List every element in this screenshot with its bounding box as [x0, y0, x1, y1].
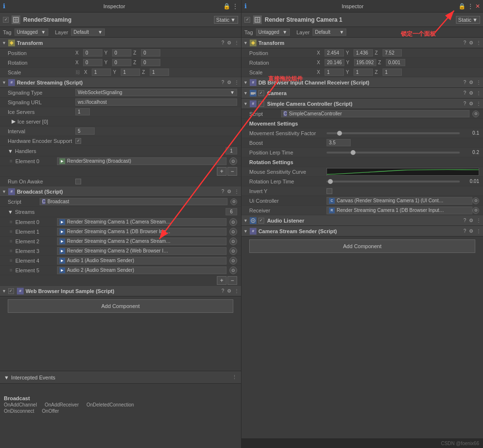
right-add-component-btn[interactable]: Add Component	[249, 239, 475, 253]
receiver-circle[interactable]: ⊙	[472, 207, 479, 214]
element-circle-4[interactable]: ⊙	[229, 257, 237, 265]
position-z[interactable]: 0	[141, 49, 160, 56]
movement-sensitivity-thumb[interactable]	[337, 131, 342, 136]
left-static-dropdown[interactable]: Static ▼	[214, 16, 238, 24]
db-settings[interactable]: ⚙	[469, 80, 473, 85]
drag-handle-stream-4[interactable]: ≡	[10, 258, 13, 263]
db-menu[interactable]: ⋮	[476, 80, 481, 85]
handlers-count[interactable]: 1	[226, 147, 237, 154]
css-question[interactable]: ?	[463, 228, 466, 234]
position-y[interactable]: 0	[112, 49, 131, 56]
bc-question-icon[interactable]: ?	[221, 189, 224, 194]
sc-menu[interactable]: ⋮	[476, 101, 481, 106]
rs-settings-icon[interactable]: ⚙	[227, 80, 231, 85]
lock-icon[interactable]: 🔒	[223, 3, 230, 10]
position-lerp-slider[interactable]: 0.2	[327, 150, 479, 155]
left-add-component-btn[interactable]: Add Component	[8, 299, 233, 313]
right-kebab-icon-1[interactable]: ⋮	[468, 3, 473, 10]
handlers-add-btn[interactable]: +	[217, 167, 227, 176]
right-tag-dropdown[interactable]: Untagged ▼	[256, 28, 290, 36]
drag-handle-stream-0[interactable]: ≡	[10, 219, 13, 224]
right-position-x[interactable]: 2.454	[325, 49, 344, 56]
run-on-awake-checkbox[interactable]	[75, 179, 81, 184]
right-scale-z[interactable]: 1	[383, 69, 402, 76]
scale-y[interactable]: 1	[121, 69, 140, 76]
wb-question-icon[interactable]: ?	[221, 288, 224, 294]
position-x[interactable]: 0	[83, 49, 102, 56]
right-transform-menu[interactable]: ⋮	[476, 40, 481, 45]
drag-handle-stream-2[interactable]: ≡	[10, 238, 13, 244]
scale-z[interactable]: 1	[150, 69, 169, 76]
rotation-lerp-slider[interactable]: 0.01	[327, 179, 479, 184]
drag-handle-stream-5[interactable]: ≡	[10, 267, 13, 273]
audio-question[interactable]: ?	[463, 218, 466, 223]
rotation-z[interactable]: 0	[141, 59, 160, 66]
ui-controller-circle[interactable]: ⊙	[472, 197, 479, 204]
right-scale-y[interactable]: 1	[354, 69, 373, 76]
css-menu[interactable]: ⋮	[476, 228, 481, 234]
right-position-z[interactable]: 7.52	[383, 49, 402, 56]
streams-add-btn[interactable]: +	[217, 276, 227, 285]
right-scale-x[interactable]: 1	[325, 69, 344, 76]
rs-menu-icon[interactable]: ⋮	[234, 80, 239, 85]
boost-field[interactable]: 3.5	[327, 139, 351, 146]
sc-active-checkbox[interactable]	[258, 101, 264, 107]
right-rotation-x[interactable]: 20.146	[325, 59, 344, 66]
question-icon[interactable]: ?	[221, 40, 224, 45]
render-streaming-script-header[interactable]: ▼ # Render Streaming (Script) ? ⚙ ⋮	[0, 77, 241, 88]
invert-y-checkbox[interactable]	[327, 188, 332, 194]
drag-handle-0[interactable]: ≡	[10, 158, 13, 164]
wb-menu-icon[interactable]: ⋮	[234, 288, 239, 294]
audio-menu[interactable]: ⋮	[476, 218, 481, 223]
right-active-checkbox[interactable]	[244, 17, 250, 23]
right-lock-icon[interactable]: 🔒	[458, 3, 466, 10]
rotation-lerp-thumb[interactable]	[328, 179, 333, 184]
db-browser-header[interactable]: ▼ # DB Browser Input Channel Receiver (S…	[242, 77, 483, 88]
db-question[interactable]: ?	[463, 80, 466, 85]
audio-active-checkbox[interactable]	[258, 218, 264, 224]
broadcast-script-circle[interactable]: ⊙	[230, 198, 237, 205]
sc-question[interactable]: ?	[463, 101, 466, 106]
camera-active-checkbox[interactable]	[258, 90, 264, 96]
element-0-circle-btn[interactable]: ⊙	[229, 157, 237, 165]
streams-remove-btn[interactable]: −	[227, 276, 237, 285]
right-rotation-y[interactable]: 195.092	[354, 59, 376, 66]
simple-camera-header[interactable]: ▼ # Simple Camera Controller (Script) ? …	[242, 98, 483, 109]
left-layer-dropdown[interactable]: Default ▼	[71, 28, 105, 36]
element-circle-3[interactable]: ⊙	[229, 247, 237, 255]
movement-sensitivity-slider[interactable]: 0.1	[327, 130, 479, 136]
right-close-icon[interactable]: ✕	[475, 3, 480, 10]
web-browser-script-header[interactable]: ▼ # Web Browser Input Sample (Script) ? …	[0, 286, 241, 296]
ice-servers-count[interactable]: 1	[75, 108, 90, 115]
hw-encoder-checkbox[interactable]	[75, 138, 81, 144]
right-transform-header[interactable]: ▼ Transform ? ⚙ ⋮	[242, 38, 483, 48]
bc-settings-icon[interactable]: ⚙	[227, 189, 231, 194]
element-circle-0[interactable]: ⊙	[229, 218, 237, 226]
camera-header[interactable]: ▼ Camera ? ⚙ ⋮	[242, 88, 483, 98]
kebab-icon[interactable]: ⋮	[232, 3, 238, 10]
wb-active-checkbox[interactable]	[8, 288, 14, 294]
mouse-sensitivity-curve[interactable]	[327, 168, 479, 176]
audio-settings[interactable]: ⚙	[469, 218, 473, 223]
interval-field[interactable]: 5	[75, 127, 95, 135]
events-menu-icon[interactable]: ⋮	[232, 374, 237, 380]
left-active-checkbox[interactable]	[3, 17, 9, 23]
signaling-url-field[interactable]: ws://localhost	[75, 98, 237, 106]
css-settings[interactable]: ⚙	[469, 228, 473, 234]
audio-listener-header[interactable]: ▼ Audio Listener ? ⚙ ⋮	[242, 215, 483, 226]
camera-menu[interactable]: ⋮	[476, 90, 481, 96]
wb-settings-icon[interactable]: ⚙	[227, 288, 231, 294]
scale-x[interactable]: 1	[92, 69, 111, 76]
element-circle-2[interactable]: ⊙	[229, 238, 237, 245]
drag-handle-stream-3[interactable]: ≡	[10, 248, 13, 253]
right-static-dropdown[interactable]: Static ▼	[456, 16, 480, 24]
menu-icon[interactable]: ⋮	[234, 40, 239, 45]
rotation-x[interactable]: 0	[83, 59, 102, 66]
left-tag-dropdown[interactable]: Untagged ▼	[14, 28, 48, 36]
sc-settings[interactable]: ⚙	[469, 101, 473, 106]
left-transform-header[interactable]: ▼ Transform ? ⚙ ⋮	[0, 38, 241, 48]
camera-settings[interactable]: ⚙	[469, 90, 473, 96]
right-layer-dropdown[interactable]: Default ▼	[313, 28, 346, 36]
signaling-type-dropdown[interactable]: WebSocketSignaling ▼	[75, 89, 237, 96]
rotation-y[interactable]: 0	[112, 59, 131, 66]
